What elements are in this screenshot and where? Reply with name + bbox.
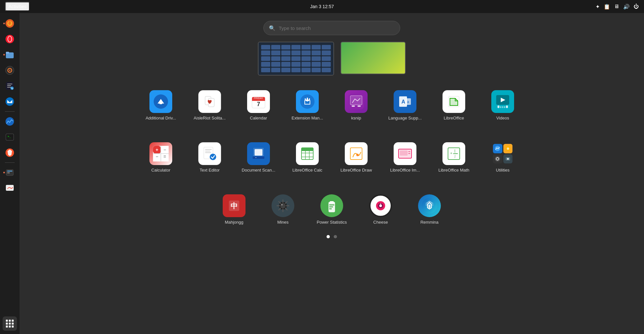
dock-item-cards[interactable] <box>3 165 17 180</box>
svg-text:÷: ÷ <box>450 151 452 155</box>
ksnip-icon <box>345 90 368 113</box>
svg-rect-11 <box>7 85 11 86</box>
app-aisleriot[interactable]: AisleRiot Solita... <box>187 79 232 124</box>
app-libreoffice-calc[interactable]: LibreOffice Calc <box>285 131 330 176</box>
page-dot-2[interactable] <box>334 235 337 238</box>
show-apps-button[interactable] <box>3 316 17 331</box>
dock-item-files[interactable] <box>3 48 17 62</box>
app-ksnip[interactable]: ksnip <box>333 79 379 124</box>
svg-rect-10 <box>7 84 12 84</box>
svg-point-130 <box>379 204 382 207</box>
window-preview-wallpaper[interactable] <box>341 42 406 74</box>
search-bar[interactable]: 🔍 <box>263 21 400 35</box>
aisleriot-icon <box>198 90 221 113</box>
app-language-support[interactable]: Aa Language Supp... <box>382 79 428 124</box>
svg-text:∑: ∑ <box>454 149 456 152</box>
app-calculator[interactable]: +−−= Calculator <box>138 131 184 176</box>
app-row-3: 中 Mahjongg Mines Power Statistics Cheese <box>211 180 452 232</box>
search-icon: 🔍 <box>269 25 275 31</box>
app-label: Calendar <box>250 116 267 121</box>
app-mines[interactable]: Mines <box>260 183 306 229</box>
app-label: LibreOffice Im... <box>390 168 420 173</box>
dock-separator <box>5 111 15 112</box>
app-document-scanner[interactable]: Document Scan... <box>236 131 281 176</box>
svg-rect-69 <box>205 151 210 151</box>
dock-item-brave[interactable] <box>3 146 17 160</box>
svg-rect-90 <box>400 150 408 156</box>
extension-manager-icon <box>296 90 319 113</box>
svg-point-16 <box>6 117 14 126</box>
svg-point-86 <box>356 154 359 156</box>
app-libreoffice-draw[interactable]: LibreOffice Draw <box>333 131 379 176</box>
additional-drivers-icon <box>149 90 172 113</box>
app-label: LibreOffice Draw <box>341 168 372 173</box>
svg-point-111 <box>280 203 286 208</box>
app-power-statistics[interactable]: Power Statistics <box>309 183 355 229</box>
app-row-2: +−−= Calculator Text Editor Document Sca… <box>138 128 525 180</box>
app-videos[interactable]: Videos <box>480 79 525 124</box>
svg-text:>_: >_ <box>7 135 11 138</box>
remmina-icon <box>418 194 441 217</box>
mines-icon <box>272 194 294 217</box>
app-label: ksnip <box>351 116 361 121</box>
libreoffice-draw-icon <box>345 142 368 165</box>
app-label: LibreOffice Math <box>438 168 469 173</box>
svg-point-8 <box>9 70 10 71</box>
window-preview-apps[interactable] <box>258 42 334 76</box>
topbar: Activities Jan 3 12:57 ✦ 📋 🖥 🔊 ⏻ <box>0 0 644 13</box>
dock-item-missioncenter[interactable] <box>3 114 17 129</box>
libreoffice-icon <box>442 90 465 113</box>
svg-text:a: a <box>407 100 409 104</box>
dock-item-thunderbird[interactable] <box>3 94 17 109</box>
app-additional-drivers[interactable]: Additional Driv... <box>138 79 184 124</box>
app-utilities[interactable]: ⚙ Utilities <box>480 131 525 176</box>
app-label: Document Scan... <box>242 168 275 173</box>
svg-rect-70 <box>205 152 211 153</box>
svg-rect-51 <box>506 105 508 108</box>
svg-rect-25 <box>160 103 162 104</box>
svg-text:FRIDAY: FRIDAY <box>254 97 263 100</box>
app-label: Mahjongg <box>225 220 243 225</box>
svg-rect-74 <box>255 149 262 156</box>
search-input[interactable] <box>279 25 395 31</box>
clipboard-icon[interactable]: 📋 <box>604 4 610 10</box>
svg-text:7: 7 <box>257 101 260 107</box>
svg-point-105 <box>507 158 509 160</box>
mahjongg-icon: 中 <box>223 194 245 217</box>
app-remmina[interactable]: Remmina <box>407 183 452 229</box>
app-label: Videos <box>496 116 509 121</box>
app-label: Utilities <box>496 168 510 173</box>
svg-text:−: − <box>163 147 166 152</box>
svg-text:✎: ✎ <box>11 87 13 90</box>
svg-rect-75 <box>253 156 264 159</box>
page-dot-1[interactable] <box>327 235 330 238</box>
extensions-icon[interactable]: ✦ <box>595 4 600 10</box>
svg-rect-38 <box>352 105 355 107</box>
app-mahjongg[interactable]: 中 Mahjongg <box>211 183 257 229</box>
dock-item-firefox[interactable] <box>3 16 17 31</box>
app-libreoffice-impress[interactable]: LibreOffice Im... <box>382 131 428 176</box>
svg-point-102 <box>495 156 500 161</box>
dock-item-gyroflow[interactable] <box>3 63 17 77</box>
libreoffice-math-icon: ÷∑∫ <box>442 142 465 165</box>
app-label: LibreOffice <box>444 116 464 121</box>
dock-item-terminal[interactable]: >_ <box>3 130 17 144</box>
app-libreoffice[interactable]: LibreOffice <box>431 79 477 124</box>
app-libreoffice-math[interactable]: ÷∑∫ LibreOffice Math <box>431 131 477 176</box>
volume-icon[interactable]: 🔊 <box>623 4 630 10</box>
dock-item-whiteboard[interactable] <box>3 181 17 195</box>
app-calendar[interactable]: 7FRIDAY Calendar <box>236 79 281 124</box>
svg-rect-123 <box>330 201 334 203</box>
power-icon[interactable]: ⏻ <box>634 4 639 9</box>
dock-item-simplenote[interactable]: ✎ <box>3 79 17 93</box>
svg-text:=: = <box>163 154 166 159</box>
app-cheese[interactable]: Cheese <box>358 183 403 229</box>
activities-button[interactable]: Activities <box>5 2 30 11</box>
libreoffice-impress-icon <box>394 142 416 165</box>
app-text-editor[interactable]: Text Editor <box>187 131 232 176</box>
dock-item-opera[interactable] <box>3 32 17 46</box>
power-statistics-icon <box>320 194 343 217</box>
screen-icon[interactable]: 🖥 <box>614 4 619 9</box>
app-extension-manager[interactable]: Extension Man... <box>285 79 330 124</box>
app-label: Mines <box>277 220 289 225</box>
